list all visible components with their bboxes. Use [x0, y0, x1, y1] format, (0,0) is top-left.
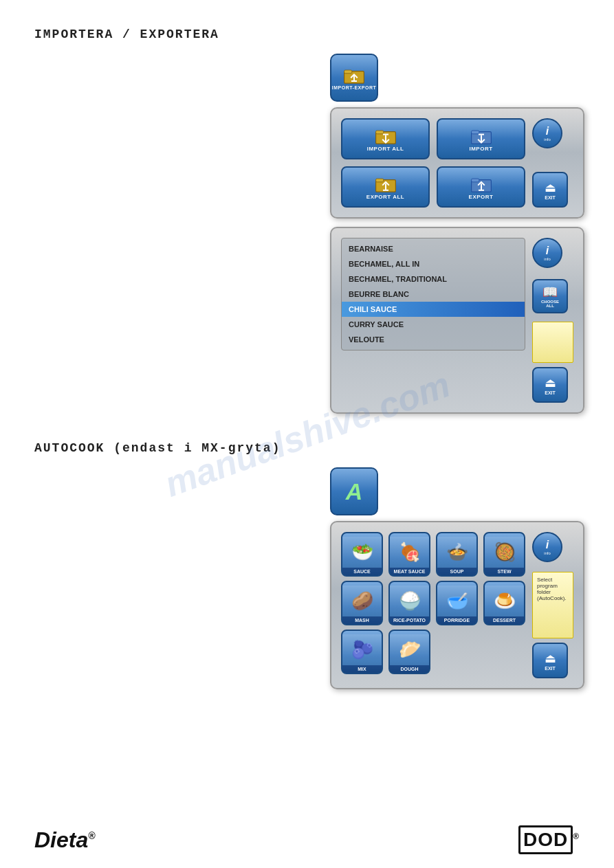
choose-all-button[interactable]: 📖 CHOOSE ALL: [532, 279, 568, 313]
info-button-3[interactable]: i info: [532, 532, 562, 562]
import-export-icon: [343, 66, 365, 85]
svg-rect-17: [471, 179, 479, 182]
choose-all-label: CHOOSE ALL: [538, 300, 562, 308]
dessert-label: DESSERT: [485, 616, 524, 624]
info-icon-2: i: [546, 245, 549, 257]
recipe-item-bearnaise[interactable]: BEARNAISE: [342, 241, 525, 256]
info-label-2: info: [544, 257, 551, 261]
exit-label-1: EXIT: [545, 195, 556, 200]
autocook-panel-main: 🥗 SAUCE 🍖 MEAT SAUCE 🍲 SOUP 🥘: [341, 532, 525, 678]
section1-title: IMPORTERA / EXPORTERA: [34, 27, 580, 41]
dough-image: 🥟: [390, 634, 429, 665]
recipe-item-veloute[interactable]: VELOUTE: [342, 332, 525, 347]
export-all-label: EXPORT ALL: [366, 194, 404, 200]
info-icon-3: i: [546, 539, 549, 551]
mash-image: 🥔: [342, 586, 382, 616]
exit-icon-1: ⏏: [545, 180, 556, 195]
export-button[interactable]: EXPORT: [437, 166, 525, 208]
sauce-label: SAUCE: [342, 568, 382, 575]
info-icon-1: i: [546, 125, 549, 137]
food-mix-button[interactable]: 🫐 MIX: [341, 630, 383, 674]
exit-button-1[interactable]: ⏏ EXIT: [532, 172, 568, 208]
recipe-item-bechamel-trad[interactable]: BECHAMEL, TRADITIONAL: [342, 271, 525, 287]
svg-rect-13: [375, 179, 383, 182]
panel2-main: BEARNAISE BECHAMEL, ALL IN BECHAMEL, TRA…: [341, 238, 525, 403]
panel2-sidebar: i info 📖 CHOOSE ALL ⏏ EXIT: [532, 238, 573, 403]
meat-sauce-image: 🍖: [390, 537, 429, 568]
mash-label: MASH: [342, 616, 382, 624]
recipe-item-bechamel-all[interactable]: BECHAMEL, ALL IN: [342, 256, 525, 271]
dough-label: DOUGH: [390, 665, 429, 673]
import-all-icon: [375, 126, 397, 146]
importera-exportera-section: IMPORTERA / EXPORTERA IMPORT-EXPORT: [34, 27, 580, 414]
mix-image: 🫐: [342, 634, 382, 665]
svg-rect-1: [344, 70, 352, 74]
import-label: IMPORT: [469, 146, 492, 152]
food-dessert-button[interactable]: 🍮 DESSERT: [483, 581, 525, 625]
exit-label-2: EXIT: [545, 390, 556, 395]
rice-potato-label: RICE-POTATO: [390, 616, 429, 624]
import-button[interactable]: IMPORT: [437, 118, 525, 159]
dessert-image: 🍮: [485, 586, 524, 616]
porridge-label: PORRIDGE: [437, 616, 476, 624]
soup-image: 🍲: [437, 537, 476, 568]
panel1-sidebar: i info ⏏ EXIT: [532, 118, 573, 208]
import-all-button[interactable]: IMPORT ALL: [341, 118, 430, 159]
note-sticky-1: [532, 322, 573, 363]
exit-icon-3: ⏏: [545, 651, 556, 666]
autocook-food-grid-row1: 🥗 SAUCE 🍖 MEAT SAUCE 🍲 SOUP 🥘: [341, 532, 525, 577]
export-all-icon: [375, 175, 397, 194]
autocook-food-grid-row2: 🥔 MASH 🍚 RICE-POTATO 🥣 PORRIDGE 🍮: [341, 581, 525, 625]
section2-title: AUTOCOOK (endast i MX-gryta): [34, 441, 580, 455]
exit-label-3: EXIT: [545, 666, 556, 671]
sauce-image: 🥗: [342, 537, 382, 568]
import-export-panel: IMPORT ALL IMPORT: [330, 107, 584, 219]
food-dough-button[interactable]: 🥟 DOUGH: [388, 630, 430, 674]
page-footer: Dieta® DOD ®: [0, 825, 614, 854]
recipe-item-beurre-blanc[interactable]: BEURRE BLANC: [342, 287, 525, 302]
food-soup-button[interactable]: 🍲 SOUP: [436, 532, 478, 577]
food-porridge-button[interactable]: 🥣 PORRIDGE: [436, 581, 478, 625]
info-button-2[interactable]: i info: [532, 238, 562, 268]
food-stew-button[interactable]: 🥘 STEW: [483, 532, 525, 577]
export-all-button[interactable]: EXPORT ALL: [341, 166, 430, 208]
dod-logo: DOD ®: [518, 825, 580, 854]
autocook-food-grid-row3: 🫐 MIX 🥟 DOUGH: [341, 630, 525, 674]
exit-button-2[interactable]: ⏏ EXIT: [532, 367, 568, 403]
import-export-top-button[interactable]: IMPORT-EXPORT: [330, 54, 378, 102]
recipe-item-curry-sauce[interactable]: CURRY SAUCE: [342, 317, 525, 332]
mix-label: MIX: [342, 665, 382, 673]
export-label: EXPORT: [469, 194, 494, 200]
food-mash-button[interactable]: 🥔 MASH: [341, 581, 383, 625]
autocook-icon: A: [346, 478, 363, 505]
food-sauce-button[interactable]: 🥗 SAUCE: [341, 532, 383, 577]
export-icon: [470, 175, 492, 194]
info-label-3: info: [544, 551, 551, 555]
autocook-top-button[interactable]: A: [330, 467, 378, 515]
stew-image: 🥘: [485, 537, 524, 568]
exit-icon-2: ⏏: [545, 375, 556, 390]
svg-rect-5: [375, 131, 383, 134]
info-button-1[interactable]: i info: [532, 118, 562, 148]
recipe-item-chili-sauce[interactable]: CHILI SAUCE: [342, 302, 525, 317]
svg-rect-9: [471, 131, 479, 134]
autocook-sidebar: i info Select program folder (AutoCook).…: [532, 532, 573, 678]
food-meat-sauce-button[interactable]: 🍖 MEAT SAUCE: [388, 532, 430, 577]
exit-button-3[interactable]: ⏏ EXIT: [532, 643, 568, 678]
info-label-1: info: [544, 137, 551, 142]
import-icon: [470, 126, 492, 146]
autocook-note: Select program folder (AutoCook).: [532, 572, 573, 638]
stew-label: STEW: [485, 568, 524, 575]
rice-potato-image: 🍚: [390, 586, 429, 616]
food-rice-potato-button[interactable]: 🍚 RICE-POTATO: [388, 581, 430, 625]
choose-all-icon: 📖: [542, 285, 558, 300]
soup-label: SOUP: [437, 568, 476, 575]
recipe-list: BEARNAISE BECHAMEL, ALL IN BECHAMEL, TRA…: [341, 238, 525, 350]
import-all-label: IMPORT ALL: [367, 146, 404, 152]
panel1-main: IMPORT ALL IMPORT: [341, 118, 525, 208]
panel1-grid: IMPORT ALL IMPORT: [341, 118, 525, 208]
meat-sauce-label: MEAT SAUCE: [390, 568, 429, 575]
autocook-panel: 🥗 SAUCE 🍖 MEAT SAUCE 🍲 SOUP 🥘: [330, 521, 584, 689]
import-export-top-label: IMPORT-EXPORT: [332, 85, 376, 90]
porridge-image: 🥣: [437, 586, 476, 616]
